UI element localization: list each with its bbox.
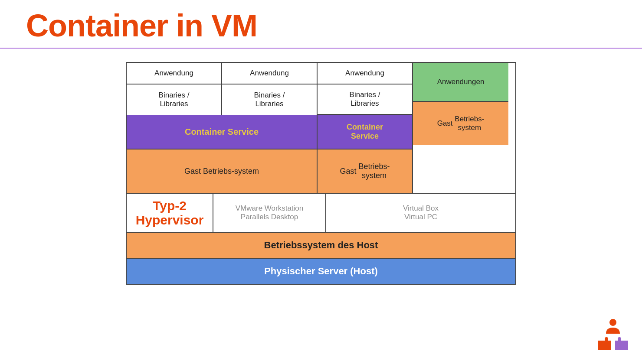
title-underline [0,48,642,49]
typ2-hypervisor: Typ-2 Hypervisor [127,194,213,232]
vbox-label-2: Virtual PC [404,213,437,221]
main-diagram: Anwendung Binaries / Libraries Anwendung… [126,62,516,285]
hypervisor-row: Typ-2 Hypervisor VMware Workstation Para… [127,193,515,232]
vm-right: Anwendung Binaries / Libraries Container… [318,63,413,193]
svg-point-0 [609,319,616,326]
binaries-cell-2: Binaries / Libraries [222,84,317,115]
physisch-row: Physischer Server (Host) [127,258,515,284]
physisch-label: Physischer Server (Host) [264,266,378,277]
person-icon [604,317,622,335]
vmware-label-2: Parallels Desktop [241,213,298,221]
typ2-label-line1: Typ-2 [153,198,187,213]
gast-os-wide: Gast Betriebs-system [127,150,317,193]
typ2-label-line2: Hypervisor [136,213,204,227]
vm-left-cols: Anwendung Binaries / Libraries Anwendung… [127,63,317,115]
vm-far-right: Anwendungen Gast Betriebs- system [413,63,508,193]
vbox-label-1: Virtual Box [403,204,439,213]
betrieb-row: Betriebssystem des Host [127,232,515,258]
anwendung-cell-1: Anwendung [127,63,221,84]
anwendung-cell-3: Anwendung [318,63,412,84]
gast-os-single: Gast Betriebs- system [318,150,412,193]
container-col-2: Anwendung Binaries / Libraries [222,63,317,115]
binaries-cell-3: Binaries / Libraries [318,84,412,115]
vm-left: Anwendung Binaries / Libraries Anwendung… [127,63,318,193]
binaries-cell-1: Binaries / Libraries [127,84,221,115]
vmware-cell: VMware Workstation Parallels Desktop [213,194,326,232]
deco-icon-row [597,336,629,351]
puzzle-icon-right [614,336,629,351]
puzzle-icon-left [597,336,612,351]
container-service-single: Container Service [318,115,412,150]
betrieb-label: Betriebssystem des Host [264,240,378,251]
container-col-1: Anwendung Binaries / Libraries [127,63,222,115]
containers-row: Anwendung Binaries / Libraries Anwendung… [127,63,515,193]
gast-os-far: Gast Betriebs- system [413,102,508,145]
page-title: Container in VM [0,0,642,43]
container-service-wide: Container Service [127,115,317,150]
anwendung-cell-2: Anwendung [222,63,317,84]
virtualbox-cell: Virtual Box Virtual PC [326,194,515,232]
vmware-label-1: VMware Workstation [236,204,304,213]
anwendungen-cell: Anwendungen [413,63,508,102]
deco-icons [597,317,629,351]
